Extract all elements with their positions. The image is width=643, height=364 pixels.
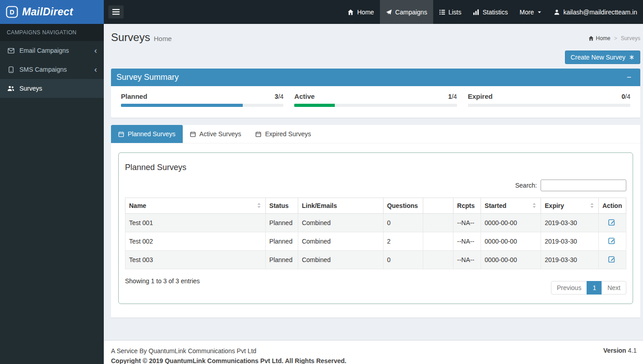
table-footer: Showing 1 to 3 of 3 entries Previous 1 N… [125,276,626,295]
tab-content: Planned Surveys Search: NameStatusLink/E… [111,143,640,318]
sidebar-item-sms-campaigns[interactable]: SMS Campaigns ‹ [0,60,104,79]
stat-active-count: 1 [448,93,452,100]
nav-lists[interactable]: Lists [433,0,467,24]
footer-version-label: Version [603,347,626,354]
column-header-action: Action [598,198,626,214]
survey-summary-box: Survey Summary − Planned 3/4 Active 1/4 [111,69,640,118]
caret-down-icon [537,9,542,14]
page-title-text: Surveys [111,31,150,43]
breadcrumb-home[interactable]: Home [588,35,611,41]
tab-expired-surveys[interactable]: Expired Surveys [248,125,318,143]
pagination-page-1[interactable]: 1 [587,281,602,295]
search-label: Search: [515,182,537,189]
calendar-icon [118,131,124,137]
sidebar-section-header: CAMPAIGNS NAVIGATION [0,24,104,41]
cell-status: Planned [265,232,298,251]
top-navbar: D MailDirect Home Campaigns Lists Statis… [0,0,643,24]
chevron-left-icon: ‹ [94,67,97,72]
cell-blank [423,214,453,232]
pagination-next[interactable]: Next [601,281,626,295]
survey-summary-body: Planned 3/4 Active 1/4 Expired 0/4 [111,86,640,118]
cell-blank [423,251,453,269]
tab-active-surveys[interactable]: Active Surveys [183,125,249,143]
edit-survey-icon[interactable] [608,218,616,226]
tab-planned-label: Planned Surveys [128,130,176,138]
stat-active-value: 1/4 [448,93,457,100]
cell-rcpts: --NA-- [453,214,481,232]
nav-campaigns-label: Campaigns [395,9,427,16]
calendar-icon [190,131,196,137]
tab-planned-surveys[interactable]: Planned Surveys [111,125,183,143]
chevron-left-icon: ‹ [94,48,97,53]
breadcrumb: Home > Surveys [588,35,640,41]
search-input[interactable] [541,180,626,191]
create-new-survey-button[interactable]: Create New Survey [565,51,640,64]
edit-survey-icon[interactable] [608,237,616,244]
nav-more[interactable]: More [513,0,548,24]
nav-more-label: More [519,9,534,16]
cell-questions: 0 [383,214,423,232]
stat-expired-value: 0/4 [622,93,630,100]
survey-table-row: Test 003PlannedCombined0--NA--0000-00-00… [125,251,626,269]
cell-started: 0000-00-00 [481,214,541,232]
column-header-started[interactable]: Started [481,198,541,214]
breadcrumb-home-label: Home [596,35,611,41]
nav-statistics[interactable]: Statistics [467,0,513,24]
pagination: Previous 1 Next [551,281,626,295]
nav-lists-label: Lists [449,9,462,16]
stat-active-progressbar [294,104,457,107]
footer-version: Version 4.1 [603,347,637,354]
column-header-rcpts: Rcpts [453,198,481,214]
cell-rcpts: --NA-- [453,251,481,269]
page-subtitle: Home [154,35,172,42]
tab-expired-label: Expired Surveys [265,130,311,138]
bar-chart-icon [473,9,479,15]
stat-planned-progress-fill [121,104,243,107]
sidebar-item-surveys[interactable]: Surveys [0,79,104,98]
surveys-table: NameStatusLink/EmailsQuestionsRcptsStart… [125,198,626,269]
main-footer: Version 4.1 A Service By QuantumLink Com… [104,340,643,364]
cell-status: Planned [265,251,298,269]
cell-questions: 0 [383,251,423,269]
stat-planned-progressbar [121,104,283,107]
brand-logo[interactable]: D MailDirect [0,0,104,24]
stat-planned-count: 3 [275,93,278,100]
cell-link-emails: Combined [298,232,383,251]
collapse-icon[interactable]: − [623,73,635,82]
cell-started: 0000-00-00 [481,251,541,269]
planned-surveys-panel: Planned Surveys Search: NameStatusLink/E… [118,152,633,304]
content-header: Home > Surveys SurveysHome [104,24,643,44]
panel-title: Planned Surveys [125,163,626,172]
table-header-row: NameStatusLink/EmailsQuestionsRcptsStart… [125,198,626,214]
nav-home[interactable]: Home [342,0,379,24]
edit-survey-icon[interactable] [608,255,616,263]
home-icon [588,36,594,41]
users-icon [7,85,15,92]
paper-plane-icon [386,9,392,15]
column-header-name[interactable]: Name [125,198,266,214]
sidebar-item-email-campaigns[interactable]: Email Campaigns ‹ [0,41,104,60]
user-icon [554,9,560,15]
pagination-previous[interactable]: Previous [551,281,587,295]
stat-planned-total: /4 [278,93,284,100]
sidebar-item-label: Surveys [19,85,42,92]
column-header-expiry[interactable]: Expiry [541,198,599,214]
sidebar: CAMPAIGNS NAVIGATION Email Campaigns ‹ S… [0,24,104,364]
nav-user-account[interactable]: kailash@maildirectteam.in [548,0,643,24]
sidebar-toggle-icon[interactable] [108,5,124,18]
brand-name: MailDirect [22,6,73,18]
navbar-menu: Home Campaigns Lists Statistics More kai… [342,0,643,24]
surveys-tabs: Planned Surveys Active Surveys Expired S… [111,125,640,143]
envelope-icon [7,48,15,54]
nav-campaigns[interactable]: Campaigns [380,0,433,24]
table-search: Search: [125,180,626,191]
svg-text:D: D [9,9,14,16]
cell-name: Test 003 [125,251,266,269]
cell-questions: 2 [383,232,423,251]
list-icon [439,9,445,15]
stat-active-progress-fill [294,104,335,107]
magic-icon [629,55,634,60]
cell-blank [423,232,453,251]
cell-action [598,214,626,232]
survey-summary-header: Survey Summary − [111,69,640,86]
